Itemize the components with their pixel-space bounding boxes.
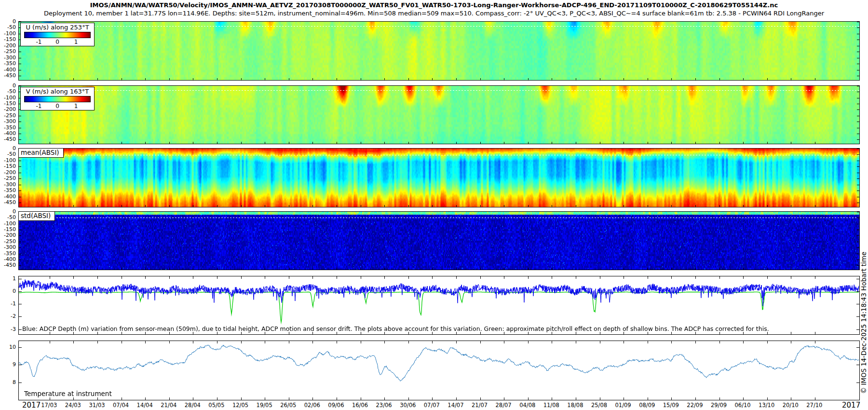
y-tick-label: -100 xyxy=(4,158,16,164)
panel-u-velocity: U (m/s) along 253°T -101 0-50-100-150-20… xyxy=(18,21,860,81)
x-axis-date-tick: 26/05 xyxy=(277,402,300,409)
y-tick-label: -150 xyxy=(4,37,16,42)
x-axis-date-tick: 28/04 xyxy=(181,402,204,409)
x-axis-date-tick: 02/06 xyxy=(300,402,324,409)
y-tick-label: 0 xyxy=(13,146,16,151)
panel-v-velocity: V (m/s) along 163°T -101 0-50-100-150-20… xyxy=(18,85,860,144)
y-tick-label: -250 xyxy=(4,239,16,245)
v-y-axis-labels: 0-50-100-150-200-250-300-350-400-450 xyxy=(0,86,17,144)
u-colorbar-legend: U (m/s) along 253°T -101 xyxy=(20,23,95,46)
y-tick-label: -250 xyxy=(4,49,16,55)
x-axis-date-labels: 2017 2017 17/0324/0331/0307/0414/0421/04… xyxy=(0,401,868,410)
panel-mean-absi: mean(ABSI) 0-50-100-150-200-250-300-350-… xyxy=(18,148,860,207)
y-tick-label: -450 xyxy=(4,262,16,268)
x-axis-date-tick: 18/08 xyxy=(564,402,587,409)
y-tick-label: -50 xyxy=(7,215,16,220)
y-tick-label: 0 xyxy=(13,209,16,215)
x-axis-date-tick: 21/07 xyxy=(468,402,491,409)
y-tick-label: -300 xyxy=(4,119,16,124)
x-axis-date-tick: 07/04 xyxy=(109,402,133,409)
panel-temperature: Temperature at instrument 1098 xyxy=(18,341,860,400)
u-legend-title: U (m/s) along 253°T xyxy=(21,23,94,32)
y-tick-label: -250 xyxy=(4,176,16,181)
y-tick-label: 1 xyxy=(13,276,16,282)
colorbar-tick-label: 0 xyxy=(55,39,59,45)
mean-absi-y-axis-labels: 0-50-100-150-200-250-300-350-400-450 xyxy=(0,149,17,207)
x-axis-date-tick: 19/05 xyxy=(253,402,276,409)
x-axis-date-tick: 17/03 xyxy=(38,402,61,409)
y-tick-label: -400 xyxy=(4,194,16,200)
x-axis-date-tick: 27/10 xyxy=(803,402,826,409)
y-tick-label: -150 xyxy=(4,164,16,169)
colorbar-tick-label: 0 xyxy=(55,103,59,109)
y-tick-label: 0 xyxy=(13,83,16,89)
y-tick-label: -50 xyxy=(7,89,16,95)
panel-depth-variation: Blue: ADCP Depth (m) variation from sens… xyxy=(18,276,860,335)
v-colorbar-ticks: -101 xyxy=(24,102,91,110)
x-axis-date-tick: 20/10 xyxy=(779,402,802,409)
x-axis-date-tick: 11/08 xyxy=(540,402,563,409)
y-tick-label: -400 xyxy=(4,257,16,262)
std-absi-heatmap xyxy=(19,212,859,270)
x-axis-date-tick: 29/09 xyxy=(707,402,731,409)
y-tick-label: -100 xyxy=(4,95,16,101)
figure-title: IMOS/ANMN/WA/WATR50/Velocity/IMOS_ANMN-W… xyxy=(0,1,868,9)
x-axis-date-tick: 15/09 xyxy=(659,402,682,409)
y-tick-label: -200 xyxy=(4,107,16,112)
std-absi-y-axis-labels: 0-50-100-150-200-250-300-350-400-450 xyxy=(0,212,17,270)
y-tick-label: -400 xyxy=(4,67,16,73)
y-tick-label: -100 xyxy=(4,221,16,227)
x-axis-date-tick: 23/06 xyxy=(372,402,395,409)
figure-subtitle: Deployment 10, member 1 lat=31.77S lon=1… xyxy=(0,10,868,17)
std-absi-label: std(ABSI) xyxy=(18,211,55,221)
y-tick-label: 10 xyxy=(9,344,16,350)
depth-variation-y-axis-labels: 10-1-2-3 xyxy=(0,276,17,334)
x-axis-date-tick: 12/05 xyxy=(229,402,252,409)
x-axis-date-tick: 14/04 xyxy=(133,402,156,409)
x-axis-date-tick: 08/09 xyxy=(636,402,659,409)
adcp-figure: IMOS/ANMN/WA/WATR50/Velocity/IMOS_ANMN-W… xyxy=(0,0,868,410)
depth-variation-annotation: Blue: ADCP Depth (m) variation from sens… xyxy=(22,325,769,332)
y-tick-label: -150 xyxy=(4,227,16,232)
y-tick-label: -2 xyxy=(11,314,16,319)
x-axis-year-right: 2017 xyxy=(842,401,860,410)
x-axis-date-tick: 16/06 xyxy=(349,402,372,409)
imos-watermark: © IMOS 14-Dec-2025 14:18:43 Hobart time xyxy=(860,243,868,403)
u-colorbar xyxy=(24,32,91,38)
y-tick-label: -350 xyxy=(4,61,16,67)
y-tick-label: -50 xyxy=(7,151,16,157)
x-axis-date-tick: 28/07 xyxy=(492,402,515,409)
y-tick-label: -100 xyxy=(4,31,16,37)
y-tick-label: -250 xyxy=(4,113,16,119)
colorbar-tick-label: -1 xyxy=(36,103,41,109)
u-colorbar-ticks: -101 xyxy=(24,38,91,46)
x-axis-date-tick: 05/05 xyxy=(205,402,228,409)
y-tick-label: -350 xyxy=(4,125,16,131)
x-axis-date-tick: 21/04 xyxy=(157,402,180,409)
v-legend-title: V (m/s) along 163°T xyxy=(21,87,94,96)
mean-absi-heatmap xyxy=(19,149,859,207)
temperature-y-axis-labels: 1098 xyxy=(0,341,17,400)
x-axis-date-tick: 24/03 xyxy=(61,402,84,409)
y-tick-label: -300 xyxy=(4,245,16,250)
x-axis-date-tick: 04/08 xyxy=(516,402,539,409)
y-tick-label: -50 xyxy=(7,25,16,30)
x-axis-date-tick: 09/06 xyxy=(325,402,348,409)
temperature-lineplot xyxy=(19,341,859,400)
y-tick-label: -200 xyxy=(4,43,16,49)
y-tick-label: 8 xyxy=(13,380,16,385)
x-axis-date-tick: 06/10 xyxy=(731,402,754,409)
y-tick-label: -300 xyxy=(4,182,16,188)
colorbar-tick-label: -1 xyxy=(36,39,41,45)
x-axis-date-tick: 01/09 xyxy=(611,402,635,409)
y-tick-label: -400 xyxy=(4,131,16,137)
temperature-label: Temperature at instrument xyxy=(24,390,112,397)
colorbar-tick-label: 1 xyxy=(74,39,78,45)
y-tick-label: 0 xyxy=(13,288,16,294)
y-tick-label: -450 xyxy=(4,137,16,142)
x-axis-date-tick: 22/09 xyxy=(683,402,706,409)
y-tick-label: -350 xyxy=(4,188,16,193)
u-velocity-heatmap xyxy=(19,22,859,80)
y-tick-label: -300 xyxy=(4,55,16,61)
y-tick-label: -1 xyxy=(11,301,16,307)
